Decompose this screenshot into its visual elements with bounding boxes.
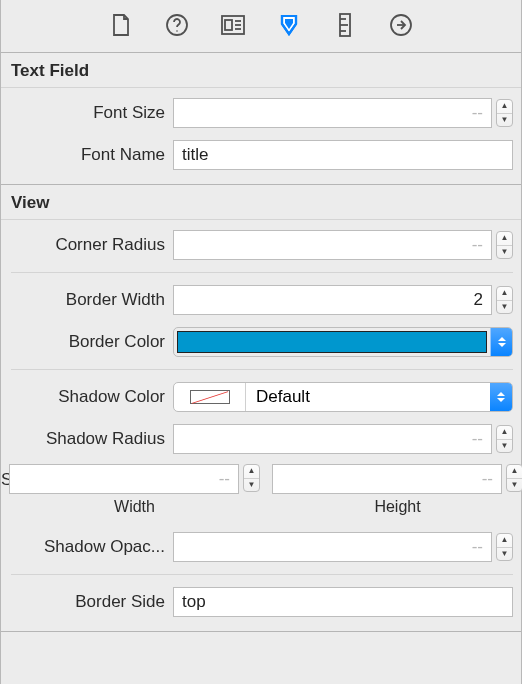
shadow-color-dropdown-icon[interactable] xyxy=(490,383,512,411)
font-name-input[interactable] xyxy=(173,140,513,170)
border-width-label: Border Width xyxy=(1,290,173,310)
stepper-up-icon[interactable]: ▲ xyxy=(497,232,512,246)
view-rows: Corner Radius ▲ ▼ Border Width ▲ ▼ Bor xyxy=(1,220,521,623)
svg-point-1 xyxy=(176,30,178,32)
svg-rect-3 xyxy=(225,20,232,30)
stepper-down-icon[interactable]: ▼ xyxy=(244,479,259,492)
shadow-opacity-stepper[interactable]: ▲ ▼ xyxy=(496,533,513,561)
corner-radius-stepper[interactable]: ▲ ▼ xyxy=(496,231,513,259)
help-tab-icon[interactable] xyxy=(164,12,190,38)
shadow-offset-width-input[interactable] xyxy=(9,464,239,494)
section-header-text-field: Text Field xyxy=(1,53,521,88)
corner-radius-input[interactable] xyxy=(173,230,492,260)
border-side-input[interactable] xyxy=(173,587,513,617)
border-color-label: Border Color xyxy=(1,332,173,352)
stepper-up-icon[interactable]: ▲ xyxy=(507,465,522,479)
stepper-up-icon[interactable]: ▲ xyxy=(497,426,512,440)
stepper-up-icon[interactable]: ▲ xyxy=(244,465,259,479)
connections-tab-icon[interactable] xyxy=(388,12,414,38)
shadow-color-label: Shadow Color xyxy=(1,387,173,407)
stepper-down-icon[interactable]: ▼ xyxy=(497,440,512,453)
stepper-up-icon[interactable]: ▲ xyxy=(497,287,512,301)
stepper-down-icon[interactable]: ▼ xyxy=(497,548,512,561)
border-color-well[interactable] xyxy=(173,327,513,357)
border-color-swatch xyxy=(177,331,487,353)
corner-radius-label: Corner Radius xyxy=(1,235,173,255)
shadow-offset-width-stepper[interactable]: ▲ ▼ xyxy=(243,464,260,492)
text-field-rows: Font Size ▲ ▼ Font Name xyxy=(1,88,521,176)
inspector-panel: Text Field Font Size ▲ ▼ Font Name View … xyxy=(0,0,522,684)
stepper-up-icon[interactable]: ▲ xyxy=(497,100,512,114)
attributes-tab-icon[interactable] xyxy=(276,12,302,38)
inspector-tab-bar xyxy=(1,0,521,53)
shadow-offset-width-sublabel: Width xyxy=(9,494,260,516)
shadow-offset-height-stepper[interactable]: ▲ ▼ xyxy=(506,464,522,492)
shadow-opacity-input[interactable] xyxy=(173,532,492,562)
section-header-view: View xyxy=(1,185,521,220)
file-tab-icon[interactable] xyxy=(108,12,134,38)
border-side-label: Border Side xyxy=(1,592,173,612)
stepper-down-icon[interactable]: ▼ xyxy=(497,114,512,127)
font-size-input[interactable] xyxy=(173,98,492,128)
shadow-color-swatch[interactable] xyxy=(174,383,246,411)
size-tab-icon[interactable] xyxy=(332,12,358,38)
stepper-down-icon[interactable]: ▼ xyxy=(497,246,512,259)
shadow-offset-label: Shadow Offset xyxy=(1,464,9,490)
border-width-stepper[interactable]: ▲ ▼ xyxy=(496,286,513,314)
stepper-down-icon[interactable]: ▼ xyxy=(507,479,522,492)
stepper-down-icon[interactable]: ▼ xyxy=(497,301,512,314)
shadow-offset-height-sublabel: Height xyxy=(272,494,522,516)
font-size-label: Font Size xyxy=(1,103,173,123)
font-size-stepper[interactable]: ▲ ▼ xyxy=(496,99,513,127)
shadow-color-well[interactable]: Default xyxy=(173,382,513,412)
shadow-radius-label: Shadow Radius xyxy=(1,429,173,449)
stepper-up-icon[interactable]: ▲ xyxy=(497,534,512,548)
none-color-icon xyxy=(190,390,230,404)
shadow-opacity-label: Shadow Opac... xyxy=(1,537,173,557)
font-name-label: Font Name xyxy=(1,145,173,165)
border-color-dropdown-icon[interactable] xyxy=(490,328,512,356)
shadow-offset-height-input[interactable] xyxy=(272,464,502,494)
shadow-radius-stepper[interactable]: ▲ ▼ xyxy=(496,425,513,453)
border-width-input[interactable] xyxy=(173,285,492,315)
shadow-radius-input[interactable] xyxy=(173,424,492,454)
identity-tab-icon[interactable] xyxy=(220,12,246,38)
shadow-color-value: Default xyxy=(246,383,490,411)
